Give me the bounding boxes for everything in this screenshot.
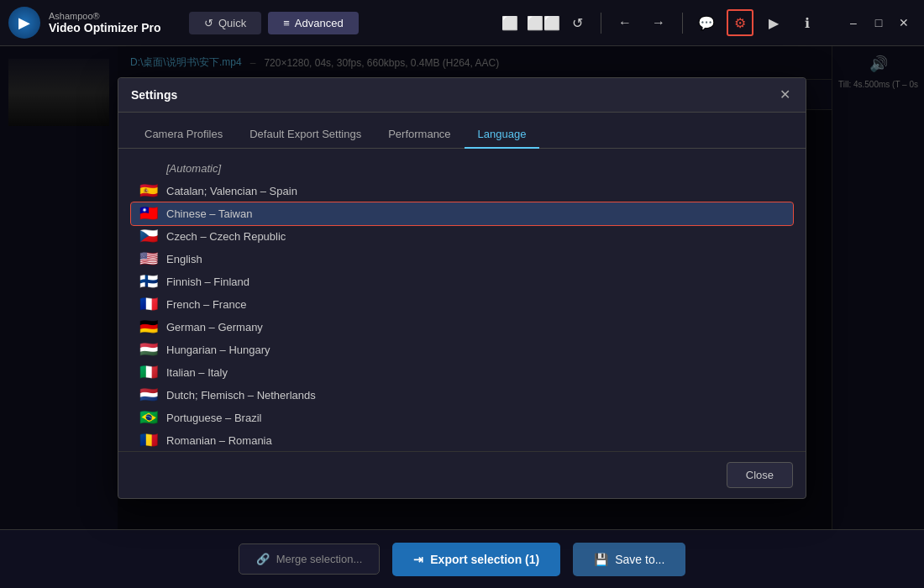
window-controls: – □ ✕ <box>842 11 916 34</box>
flag-italian: 🇮🇹 <box>139 366 158 378</box>
minimize-button[interactable]: – <box>842 11 865 34</box>
quick-icon: ↺ <box>204 17 213 29</box>
maximize-button[interactable]: □ <box>867 11 890 34</box>
app-logo-icon: ▶ <box>8 7 40 39</box>
settings-modal: Settings ✕ Camera Profiles Default Expor… <box>118 77 806 499</box>
modal-overlay: Settings ✕ Camera Profiles Default Expor… <box>0 46 924 529</box>
lang-label-portuguese: Portuguese – Brazil <box>166 412 261 424</box>
lang-label-auto: [Automatic] <box>166 162 221 175</box>
export-icon: ⇥ <box>413 553 423 566</box>
lang-label-german: German – Germany <box>166 321 263 333</box>
lang-item-hungarian[interactable]: 🇭🇺 Hungarian – Hungary <box>131 339 793 361</box>
merge-selection-button[interactable]: 🔗 Merge selection... <box>239 543 381 575</box>
lang-item-italian[interactable]: 🇮🇹 Italian – Italy <box>131 361 793 384</box>
advanced-icon: ≡ <box>283 17 290 29</box>
info-icon[interactable]: ℹ <box>794 9 821 36</box>
lang-item-romanian[interactable]: 🇷🇴 Romanian – Romania <box>131 429 793 451</box>
toolbar-separator-2 <box>682 13 683 34</box>
tab-default-export[interactable]: Default Export Settings <box>236 121 375 149</box>
modal-close-x-button[interactable]: ✕ <box>776 87 793 103</box>
lang-item-auto[interactable]: [Automatic] <box>131 157 793 180</box>
app-product: Video Optimizer Pro <box>49 21 161 34</box>
flag-finnish: 🇫🇮 <box>139 276 158 287</box>
main-area: D:\桌面\说明书\安下.mp4 – 720×1280, 04s, 30fps,… <box>0 46 924 529</box>
logo-text: Ashampoo® Video Optimizer Pro <box>49 11 161 34</box>
titlebar: ▶ Ashampoo® Video Optimizer Pro ↺ Quick … <box>0 0 924 46</box>
lang-item-chinese-tw[interactable]: 🇹🇼 Chinese – Taiwan <box>131 202 793 225</box>
quick-button[interactable]: ↺ Quick <box>189 12 261 34</box>
lang-item-czech[interactable]: 🇨🇿 Czech – Czech Republic <box>131 225 793 248</box>
lang-item-english[interactable]: 🇺🇸 English <box>131 248 793 270</box>
flag-portuguese: 🇧🇷 <box>139 412 158 423</box>
lang-label-czech: Czech – Czech Republic <box>166 230 286 243</box>
lang-item-catalan[interactable]: 🇪🇸 Catalan; Valencian – Spain <box>131 180 793 202</box>
chat-icon[interactable]: 💬 <box>693 9 720 36</box>
modal-footer: Close <box>118 451 806 498</box>
redo-icon[interactable]: → <box>645 9 672 36</box>
nav-buttons: ↺ Quick ≡ Advanced <box>189 12 484 34</box>
language-list[interactable]: [Automatic] 🇪🇸 Catalan; Valencian – Spai… <box>118 149 806 451</box>
lang-label-catalan: Catalan; Valencian – Spain <box>166 185 297 197</box>
flag-romanian: 🇷🇴 <box>139 434 158 446</box>
modal-title: Settings <box>131 88 177 102</box>
flag-czech: 🇨🇿 <box>139 230 158 242</box>
bottom-bar: 🔗 Merge selection... ⇥ Export selection … <box>0 529 924 588</box>
save-to-button[interactable]: 💾 Save to... <box>573 543 685 576</box>
flag-german: 🇩🇪 <box>139 321 158 333</box>
toolbar-icons: ⬜ ⬜⬜ ↺ ← → 💬 ⚙ ▶ ℹ <box>496 9 821 36</box>
logo-area: ▶ Ashampoo® Video Optimizer Pro <box>8 7 176 39</box>
lang-item-french[interactable]: 🇫🇷 French – France <box>131 293 793 316</box>
settings-icon[interactable]: ⚙ <box>727 9 753 36</box>
lang-label-hungarian: Hungarian – Hungary <box>166 344 270 356</box>
lang-item-portuguese[interactable]: 🇧🇷 Portuguese – Brazil <box>131 407 793 429</box>
app-name: Ashampoo® <box>49 11 161 21</box>
lang-item-dutch[interactable]: 🇳🇱 Dutch; Flemisch – Netherlands <box>131 384 793 407</box>
lang-label-dutch: Dutch; Flemisch – Netherlands <box>166 389 316 402</box>
flag-dutch: 🇳🇱 <box>139 389 158 401</box>
lang-label-finnish: Finnish – Finland <box>166 276 249 288</box>
split-icon[interactable]: ⬜⬜ <box>530 9 557 36</box>
lang-label-romanian: Romanian – Romania <box>166 434 272 447</box>
close-modal-button[interactable]: Close <box>727 462 793 488</box>
merge-icon: 🔗 <box>256 553 270 565</box>
advanced-button[interactable]: ≡ Advanced <box>268 12 358 34</box>
flag-english: 🇺🇸 <box>139 253 158 265</box>
tab-camera-profiles[interactable]: Camera Profiles <box>131 121 236 149</box>
window-icon[interactable]: ⬜ <box>496 9 523 36</box>
tab-language[interactable]: Language <box>465 121 540 149</box>
flag-catalan: 🇪🇸 <box>139 185 158 197</box>
close-button[interactable]: ✕ <box>892 11 916 34</box>
lang-item-german[interactable]: 🇩🇪 German – Germany <box>131 316 793 339</box>
undo-icon[interactable]: ← <box>612 9 638 36</box>
save-icon: 💾 <box>594 553 608 566</box>
lang-item-finnish[interactable]: 🇫🇮 Finnish – Finland <box>131 270 793 293</box>
tab-performance[interactable]: Performance <box>375 121 464 149</box>
modal-tabs: Camera Profiles Default Export Settings … <box>118 113 806 149</box>
play-icon[interactable]: ▶ <box>760 9 787 36</box>
flag-auto <box>139 162 158 174</box>
lang-label-french: French – France <box>166 298 246 311</box>
lang-label-chinese-tw: Chinese – Taiwan <box>166 207 252 220</box>
modal-titlebar: Settings ✕ <box>118 78 806 113</box>
flag-hungarian: 🇭🇺 <box>139 344 158 355</box>
flag-chinese-tw: 🇹🇼 <box>139 207 158 219</box>
toolbar-separator-1 <box>601 13 601 34</box>
export-selection-button[interactable]: ⇥ Export selection (1) <box>392 543 560 576</box>
lang-label-italian: Italian – Italy <box>166 366 228 379</box>
flag-french: 🇫🇷 <box>139 298 158 310</box>
lang-label-english: English <box>166 253 202 265</box>
rotate-icon[interactable]: ↺ <box>564 9 591 36</box>
